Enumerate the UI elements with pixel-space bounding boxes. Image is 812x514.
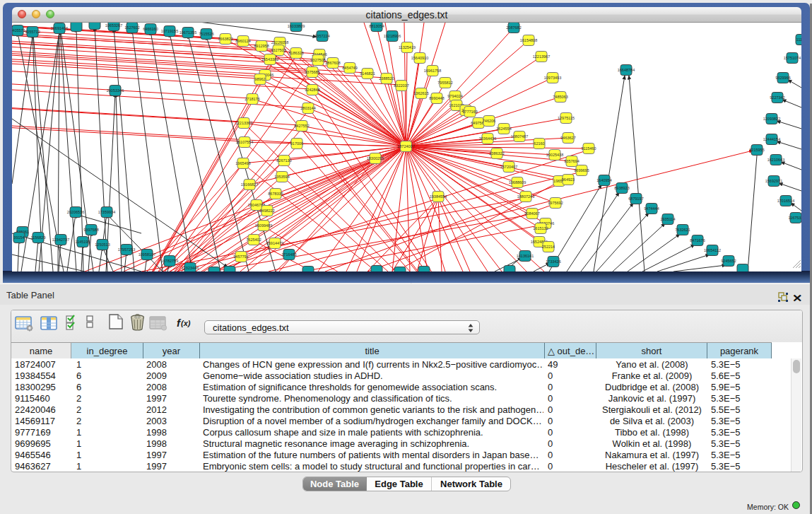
svg-text:62160: 62160 — [534, 141, 544, 146]
svg-text:12444154: 12444154 — [763, 137, 780, 141]
svg-text:15640910: 15640910 — [411, 56, 428, 60]
svg-text:15751074: 15751074 — [784, 56, 801, 60]
svg-text:3498222: 3498222 — [259, 209, 274, 213]
svg-text:14136141: 14136141 — [517, 254, 534, 258]
svg-text:9242848: 9242848 — [305, 88, 319, 92]
svg-text:2935114: 2935114 — [660, 217, 675, 221]
svg-text:23226058: 23226058 — [271, 40, 288, 45]
svg-text:15720407: 15720407 — [500, 165, 517, 169]
svg-text:11172: 11172 — [796, 37, 801, 42]
svg-text:964923: 964923 — [562, 177, 575, 182]
svg-text:20053346: 20053346 — [107, 88, 124, 93]
svg-text:1167533: 1167533 — [788, 216, 801, 220]
svg-text:1362615: 1362615 — [413, 91, 428, 95]
svg-text:15692971: 15692971 — [765, 179, 782, 183]
svg-text:1733426: 1733426 — [546, 259, 560, 264]
svg-text:16782759: 16782759 — [161, 259, 178, 263]
svg-text:7485063: 7485063 — [553, 95, 567, 99]
svg-text:10688609: 10688609 — [509, 180, 526, 185]
svg-text:9463627: 9463627 — [560, 136, 575, 140]
svg-text:9794024: 9794024 — [447, 94, 462, 98]
svg-text:16210643: 16210643 — [767, 158, 784, 162]
svg-text:(x): (x) — [181, 319, 191, 327]
svg-text:18724007: 18724007 — [397, 144, 414, 148]
svg-text:16914479: 16914479 — [266, 241, 283, 245]
svg-text:10958107: 10958107 — [139, 252, 155, 257]
svg-text:746206: 746206 — [483, 119, 495, 123]
svg-text:8186328: 8186328 — [288, 51, 303, 55]
svg-text:18300295: 18300295 — [367, 156, 384, 160]
svg-text:2388520: 2388520 — [379, 76, 394, 81]
svg-text:16648784: 16648784 — [618, 68, 635, 72]
svg-text:7955812: 7955812 — [437, 81, 452, 85]
svg-text:12213967: 12213967 — [533, 54, 550, 59]
svg-text:1615132: 1615132 — [533, 226, 548, 230]
svg-text:9329966: 9329966 — [775, 76, 790, 80]
svg-text:16033809: 16033809 — [288, 24, 305, 28]
svg-text:2087682: 2087682 — [506, 25, 521, 30]
svg-text:16961758: 16961758 — [424, 69, 441, 73]
svg-text:9227342: 9227342 — [770, 95, 784, 100]
svg-text:12342737: 12342737 — [52, 238, 69, 242]
svg-text:17359934: 17359934 — [98, 210, 115, 214]
svg-text:16099489: 16099489 — [255, 223, 272, 228]
svg-text:11325419: 11325419 — [399, 45, 416, 49]
svg-text:6466160: 6466160 — [143, 27, 158, 31]
svg-text:10654112: 10654112 — [704, 248, 721, 252]
svg-text:8215955: 8215955 — [749, 148, 764, 152]
svg-text:10025438: 10025438 — [546, 153, 563, 157]
svg-text:20691406: 20691406 — [51, 26, 68, 30]
svg-text:10671355: 10671355 — [180, 30, 196, 35]
svg-text:1640954: 1640954 — [596, 178, 611, 182]
svg-text:12213369: 12213369 — [235, 121, 252, 125]
svg-text:9327503: 9327503 — [271, 48, 286, 52]
svg-text:17016514: 17016514 — [777, 199, 794, 203]
svg-text:12093822: 12093822 — [763, 117, 780, 121]
svg-text:1527602: 1527602 — [124, 25, 139, 30]
svg-text:9245652: 9245652 — [721, 259, 736, 263]
svg-text:8960124: 8960124 — [235, 39, 250, 43]
svg-text:2803144: 2803144 — [300, 106, 315, 110]
svg-text:39154: 39154 — [13, 235, 24, 240]
svg-text:7515526: 7515526 — [199, 32, 213, 36]
svg-text:7632621: 7632621 — [675, 228, 690, 232]
svg-text:9115460: 9115460 — [581, 146, 596, 151]
svg-text:9474444: 9474444 — [644, 206, 659, 211]
svg-text:9457791: 9457791 — [233, 255, 248, 259]
svg-text:12323446: 12323446 — [182, 266, 199, 270]
svg-text:8813054: 8813054 — [369, 24, 384, 28]
svg-text:8678335: 8678335 — [268, 192, 283, 196]
svg-text:2405571: 2405571 — [12, 28, 25, 33]
svg-text:9397588: 9397588 — [83, 228, 98, 232]
svg-text:7625402: 7625402 — [246, 238, 261, 242]
svg-text:8267130: 8267130 — [276, 158, 291, 163]
svg-text:252214: 252214 — [542, 245, 555, 249]
svg-text:1250513: 1250513 — [95, 243, 110, 247]
svg-text:19166827: 19166827 — [241, 182, 258, 187]
svg-text:6879197: 6879197 — [628, 197, 643, 201]
svg-text:20364436: 20364436 — [479, 136, 496, 141]
svg-text:8322037: 8322037 — [394, 83, 408, 88]
svg-text:2386322: 2386322 — [489, 151, 504, 156]
svg-text:10653267: 10653267 — [105, 23, 122, 28]
svg-text:18807249: 18807249 — [517, 194, 534, 199]
svg-text:1353594: 1353594 — [274, 175, 289, 179]
svg-text:1145195: 1145195 — [75, 240, 90, 244]
svg-text:12975115: 12975115 — [558, 116, 575, 120]
svg-text:10973493: 10973493 — [544, 76, 561, 80]
svg-text:10807487: 10807487 — [511, 134, 528, 139]
svg-text:8427552: 8427552 — [294, 124, 309, 128]
svg-text:8912958: 8912958 — [254, 44, 269, 48]
svg-text:16543382: 16543382 — [261, 57, 278, 62]
svg-text:9146821: 9146821 — [360, 71, 375, 76]
svg-text:17957253: 17957253 — [118, 247, 135, 252]
svg-text:2718176: 2718176 — [245, 97, 259, 101]
svg-text:8471676: 8471676 — [690, 238, 705, 243]
svg-text:917006: 917006 — [290, 141, 303, 146]
svg-text:19384554: 19384554 — [430, 194, 447, 199]
svg-text:9777169: 9777169 — [462, 110, 477, 114]
svg-text:16154808: 16154808 — [520, 38, 537, 42]
svg-text:9055712: 9055712 — [25, 30, 40, 34]
svg-text:16107554: 16107554 — [236, 140, 253, 144]
svg-text:10719155: 10719155 — [161, 29, 178, 33]
